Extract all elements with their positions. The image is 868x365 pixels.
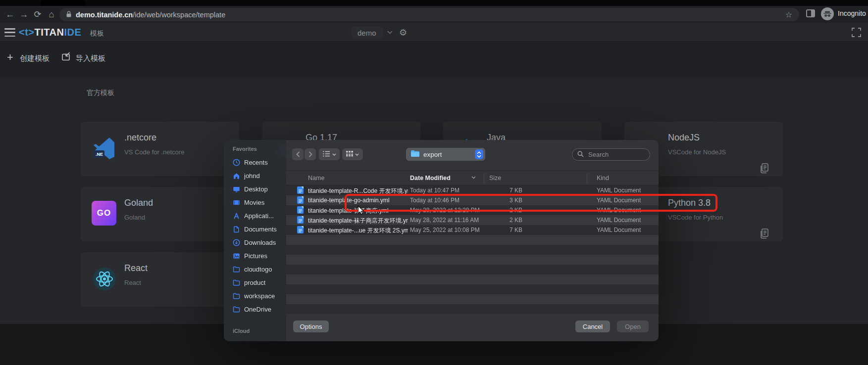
incognito-label: Incognito [838, 9, 866, 17]
logo-ide: IDE [64, 27, 81, 38]
column-divider[interactable] [587, 174, 587, 183]
yaml-file-icon [297, 216, 304, 226]
grid-view-button[interactable] [342, 148, 363, 160]
chevron-down-icon[interactable] [387, 31, 393, 34]
url-bar[interactable]: demo.titanide.cn/ide/web/workspace/templ… [59, 8, 799, 21]
dialog-search[interactable] [572, 148, 650, 161]
sidebar-item-cloudtogo[interactable]: cloudtogo [224, 263, 286, 276]
list-view-button[interactable] [319, 148, 340, 160]
clock-icon [233, 159, 240, 166]
empty-row [286, 235, 659, 245]
dialog-main: export Name Date Modified Size Kind [286, 140, 659, 341]
chevron-down-icon [355, 153, 359, 156]
yaml-file-icon [297, 226, 304, 235]
incognito-icon[interactable] [821, 7, 834, 20]
sidebar-item-movies[interactable]: Movies [224, 196, 286, 209]
options-button[interactable]: Options [293, 320, 329, 332]
file-row[interactable]: titanide-template-...ue 开发环境 2S.yml May … [286, 225, 659, 235]
yaml-file-icon [297, 196, 304, 206]
sidebar-item-pictures[interactable]: Pictures [224, 249, 286, 263]
file-kind: YAML Document [597, 217, 641, 224]
url-domain: demo.titanide.cn [76, 11, 133, 19]
list-view-icon [323, 150, 330, 159]
column-date-modified[interactable]: Date Modified [410, 175, 451, 182]
empty-row [286, 284, 659, 294]
import-icon[interactable] [61, 52, 71, 63]
forward-icon[interactable]: → [17, 6, 31, 23]
file-open-dialog: Favorites Recents johnd Desktop Movies A… [224, 140, 659, 341]
favorites-header: Favorites [233, 146, 257, 152]
dialog-forward-button[interactable] [305, 148, 316, 160]
sidebar-item-onedrive[interactable]: OneDrive [224, 303, 286, 316]
cancel-button[interactable]: Cancel [575, 320, 610, 332]
file-date: May 28, 2022 at 11:16 AM [410, 217, 482, 224]
import-template-button[interactable]: 导入模板 [76, 54, 105, 63]
logo-bracket: <t> [19, 27, 35, 38]
template-card-netcore[interactable]: .NE .netcore VS Code for .netcore [81, 122, 239, 176]
file-size: 7 KB [474, 187, 522, 194]
file-size: 7 KB [474, 227, 522, 233]
side-panel-icon[interactable] [806, 9, 815, 17]
open-button[interactable]: Open [617, 320, 649, 332]
reload-icon[interactable]: ⟳ [31, 6, 45, 23]
sidebar-item-workspace[interactable]: workspace [224, 289, 286, 303]
folder-icon [411, 150, 419, 159]
search-icon [577, 150, 584, 159]
lock-icon [66, 10, 71, 19]
empty-row [286, 274, 659, 284]
current-folder-select[interactable]: export [406, 148, 485, 161]
goland-icon: GO [92, 201, 117, 227]
plus-icon[interactable]: + [7, 51, 13, 64]
empty-row [286, 265, 659, 274]
sidebar-item-desktop[interactable]: Desktop [224, 182, 286, 196]
sidebar-item-documents[interactable]: Documents [224, 223, 286, 236]
list-header: Name Date Modified Size Kind [286, 171, 659, 185]
file-date: Today at 10:47 PM [410, 187, 482, 194]
card-subtitle: VS Code for .netcore [124, 148, 184, 156]
netcore-icon: .NE [92, 136, 117, 161]
card-title: Goland [124, 198, 153, 208]
logo-titan: TITAN [35, 27, 64, 38]
card-subtitle: React [124, 279, 141, 286]
svg-text:.NE: .NE [96, 152, 103, 157]
file-name: titanide-template-...ue 开发环境 2S.yml [308, 227, 408, 235]
browser-tab[interactable] [41, 0, 85, 6]
file-size: 2 KB [474, 217, 522, 224]
template-file-icon[interactable] [759, 163, 769, 176]
column-size[interactable]: Size [489, 175, 501, 182]
dialog-sidebar: Favorites Recents johnd Desktop Movies A… [224, 140, 286, 341]
applications-icon [233, 212, 240, 220]
column-name[interactable]: Name [308, 175, 324, 182]
home-icon[interactable]: ⌂ [45, 6, 58, 23]
sidebar-item-recents[interactable]: Recents [224, 156, 286, 169]
sidebar-item-downloads[interactable]: Downloads [224, 236, 286, 249]
template-card-goland[interactable]: GO Goland Goland [81, 187, 239, 241]
folder-icon [233, 279, 240, 286]
file-date: May 25, 2022 at 10:08 PM [410, 227, 482, 233]
template-card-react[interactable]: React React [81, 252, 239, 307]
search-input[interactable] [587, 150, 642, 159]
folder-icon [233, 266, 240, 273]
page-title: 模板 [90, 29, 104, 38]
sidebar-item-johnd[interactable]: johnd [224, 169, 286, 182]
bookmark-star-icon[interactable]: ☆ [785, 10, 792, 19]
menu-icon[interactable] [4, 28, 15, 37]
dialog-back-button[interactable] [292, 148, 304, 160]
app-logo[interactable]: <t>TITANIDE [19, 27, 81, 38]
folder-icon [233, 306, 240, 313]
yaml-file-icon [297, 186, 304, 196]
file-row[interactable]: titanide-template-袜子商店开发环境.yml May 28, 2… [286, 215, 659, 225]
empty-row [286, 255, 659, 265]
fullscreen-icon[interactable] [852, 28, 861, 39]
sidebar-item-applications[interactable]: Applicati... [224, 209, 286, 223]
create-template-button[interactable]: 创建模板 [20, 54, 50, 63]
sidebar-item-product[interactable]: product [224, 276, 286, 289]
workspace-name[interactable]: demo [357, 29, 376, 37]
column-divider[interactable] [484, 174, 484, 183]
url-text: demo.titanide.cn/ide/web/workspace/templ… [76, 11, 225, 19]
template-file-icon[interactable] [759, 228, 769, 241]
sort-chevron-icon[interactable] [471, 176, 476, 179]
gear-icon[interactable]: ⚙ [399, 27, 407, 38]
column-kind[interactable]: Kind [597, 175, 609, 182]
back-icon[interactable]: ← [3, 6, 17, 23]
